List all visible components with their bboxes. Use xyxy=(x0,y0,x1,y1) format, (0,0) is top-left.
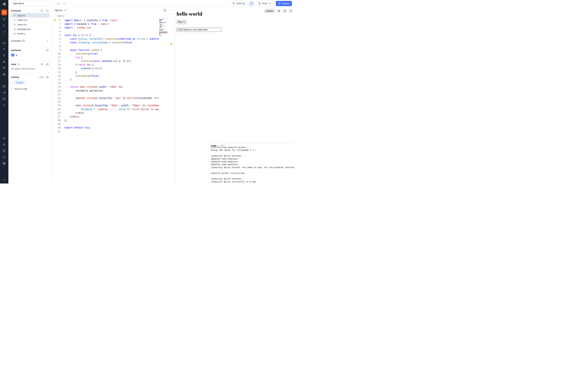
draft-label: Draft xyxy=(262,2,267,5)
arrow-right-button[interactable] xyxy=(1,177,7,182)
refresh-icon[interactable] xyxy=(288,8,293,13)
draft-button[interactable]: Draft ⌘S xyxy=(256,1,274,6)
minimap-slider[interactable] xyxy=(159,19,170,19)
search-button[interactable] xyxy=(1,23,7,28)
file-icon xyxy=(46,49,49,51)
home-button[interactable] xyxy=(1,40,7,45)
split-columns-icon[interactable] xyxy=(164,9,166,12)
camera-icon xyxy=(46,76,49,78)
inspect-pointer-icon[interactable] xyxy=(277,8,281,13)
add-folder-button[interactable]: + xyxy=(45,10,49,12)
grid-button[interactable] xyxy=(1,161,7,166)
history-timestamp: 03:23:22 PM xyxy=(15,88,27,90)
sidebar: frontend + + App.tsx#index.cssindex.tsx{… xyxy=(9,7,52,184)
apps-button[interactable] xyxy=(1,9,7,15)
react-file-icon xyxy=(13,14,16,17)
lightbulb-icon[interactable] xyxy=(53,19,56,22)
file-item-wmill.ts[interactable]: wmill.ts xyxy=(10,31,50,36)
file-icon xyxy=(258,2,261,5)
user-button[interactable] xyxy=(1,136,7,141)
undo-button[interactable] xyxy=(56,1,61,6)
database-icon xyxy=(46,63,49,66)
app-name-input[interactable] xyxy=(11,1,54,6)
content-row: frontend + + App.tsx#index.cssindex.tsx{… xyxy=(9,7,294,184)
deploy-button[interactable]: Deploy xyxy=(276,1,292,6)
windmill-logo[interactable] xyxy=(1,1,7,7)
draft-shortcut: ⌘S xyxy=(268,2,272,5)
file-item-index.tsx[interactable]: index.tsx xyxy=(10,22,50,27)
run-a-button[interactable]: Run 'a' xyxy=(177,20,187,24)
chevron-right-icon xyxy=(46,40,49,42)
wand-icon xyxy=(3,30,6,33)
info-icon[interactable] xyxy=(17,63,20,66)
data-empty-text: No tables referenced yet xyxy=(10,67,50,70)
mail-button[interactable] xyxy=(1,96,7,101)
esbuild-badge[interactable]: esbuild xyxy=(264,9,275,13)
data-section-title: data xyxy=(11,63,16,66)
file-name: App.tsx xyxy=(17,14,25,17)
dashed-circle-icon xyxy=(11,82,13,84)
flow-button[interactable] xyxy=(1,90,7,95)
ai-wand-button[interactable] xyxy=(249,1,254,6)
top-bar: ⋮ Jobs (0) Draft ⌘S Deploy xyxy=(9,0,294,7)
redo-button[interactable] xyxy=(62,1,67,6)
search-icon xyxy=(3,24,6,27)
folder-button[interactable] xyxy=(1,154,7,159)
history-section: history 1/50 + Current xyxy=(9,73,52,93)
file-item-App.tsx[interactable]: App.tsx xyxy=(10,13,50,18)
packages-label: packages (7) xyxy=(11,40,25,42)
close-icon[interactable]: × xyxy=(64,9,67,12)
value-box: Click button to see value here xyxy=(177,28,221,32)
code-editor-text[interactable]: import React, { useState } from 'react'i… xyxy=(64,18,159,184)
data-settings-gear-icon[interactable] xyxy=(41,63,43,66)
deploy-label: Deploy xyxy=(282,2,289,5)
minimap[interactable] xyxy=(159,18,170,184)
jobs-button[interactable]: Jobs (0) xyxy=(230,1,247,6)
script-name: a xyxy=(16,54,17,57)
play-button[interactable] xyxy=(1,47,7,51)
gem-button[interactable] xyxy=(1,65,7,70)
open-external-icon[interactable] xyxy=(282,8,287,13)
more-menu-button[interactable]: ⋮ xyxy=(224,2,228,5)
boxcog-button[interactable] xyxy=(1,148,7,153)
logs-output[interactable]: Initializing esbuild worker... Using idb… xyxy=(209,146,294,184)
file-item-index.css[interactable]: #index.css xyxy=(10,18,50,22)
backend-section-title: backend xyxy=(11,49,21,51)
history-entry-timestamp[interactable]: 03:23:22 PM xyxy=(11,88,49,90)
wand-button[interactable] xyxy=(1,29,7,34)
plus-button[interactable] xyxy=(1,103,7,108)
file-icon xyxy=(41,10,43,12)
script-badge: a xyxy=(11,54,14,57)
layers-button[interactable] xyxy=(1,72,7,77)
add-backend-script-button[interactable]: + xyxy=(45,49,49,51)
calendar-button[interactable] xyxy=(1,84,7,89)
packages-row[interactable]: packages (7) xyxy=(10,38,50,43)
gear-button[interactable] xyxy=(1,142,7,147)
hub-button[interactable] xyxy=(1,59,7,64)
history-entry-current[interactable]: Current xyxy=(11,81,49,84)
jobs-icon xyxy=(232,2,235,5)
line-numbers-gutter: 1234567891011121314151617181920212223242… xyxy=(52,18,64,184)
star-button[interactable] xyxy=(1,17,7,22)
add-file-button[interactable]: + xyxy=(39,10,43,12)
overview-ruler[interactable] xyxy=(170,18,174,184)
react-file-icon xyxy=(13,23,16,26)
snapshot-button[interactable]: + xyxy=(45,76,49,78)
file-name: index.tsx xyxy=(17,23,26,26)
file-item-package.json[interactable]: { }package.json xyxy=(10,27,50,31)
breadcrumb[interactable]: App.tsx xyxy=(52,14,174,18)
tab-app-tsx[interactable]: App.tsx × xyxy=(52,7,69,13)
editor-tab-bar: App.tsx × ⋯ xyxy=(52,7,174,14)
backend-script-a[interactable]: aa xyxy=(10,53,50,57)
add-table-button[interactable]: + xyxy=(45,63,49,66)
arrow-right-icon xyxy=(3,178,6,181)
app-preview-pane: esbuild hello world Run 'a' Click button… xyxy=(175,7,294,184)
mail-icon xyxy=(3,97,6,100)
play-icon xyxy=(3,48,6,51)
code-area: 1234567891011121314151617181920212223242… xyxy=(52,18,174,184)
dollar-button[interactable] xyxy=(1,53,7,58)
editor-more-menu-icon[interactable]: ⋯ xyxy=(169,8,172,12)
tab-label: App.tsx xyxy=(55,9,62,12)
gem-icon xyxy=(3,67,6,70)
boxcog-icon xyxy=(3,149,6,152)
